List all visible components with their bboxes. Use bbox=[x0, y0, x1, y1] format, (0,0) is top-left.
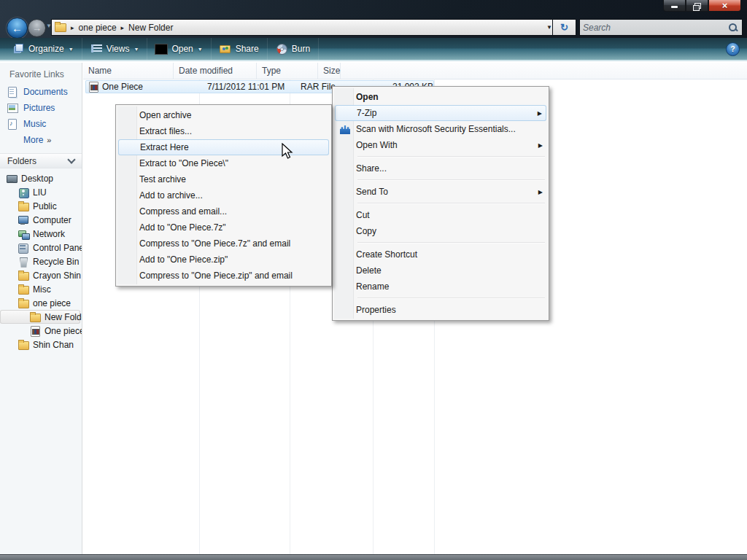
context-menu-item[interactable]: Copy ▶ bbox=[334, 223, 547, 239]
submenu-item[interactable]: Compress to "One Piece.zip" and email ▶ bbox=[117, 268, 330, 284]
column-header[interactable]: Type bbox=[257, 63, 318, 79]
tree-item[interactable]: Public bbox=[0, 199, 82, 213]
context-menu-item[interactable]: Open With ▶ bbox=[334, 137, 547, 153]
favorite-link[interactable]: Music bbox=[0, 116, 82, 132]
close-button[interactable]: × bbox=[708, 0, 741, 12]
back-button[interactable]: ← bbox=[7, 18, 28, 39]
tree-item[interactable]: Network bbox=[0, 227, 82, 241]
tree-item[interactable]: Control Panel bbox=[0, 241, 82, 254]
tree-item[interactable]: Desktop bbox=[0, 171, 82, 185]
toolbar-button-label: Share bbox=[236, 44, 259, 54]
menu-item-label: Compress and email... bbox=[139, 206, 321, 217]
folders-band[interactable]: Folders bbox=[0, 153, 82, 168]
chevron-down-icon: ▼ bbox=[69, 47, 74, 52]
toolbar-button[interactable]: Views ▼ bbox=[82, 38, 148, 60]
context-menu-item[interactable]: Cut ▶ bbox=[334, 207, 547, 223]
favorite-link-icon bbox=[7, 119, 18, 129]
tree-item[interactable]: Misc bbox=[0, 282, 82, 296]
tree-item[interactable]: Recycle Bin bbox=[0, 254, 82, 268]
forward-button[interactable]: → bbox=[28, 19, 46, 37]
toolbar-button[interactable]: Open ▼ bbox=[147, 38, 211, 60]
context-menu-item[interactable]: Create Shortcut ▶ bbox=[334, 246, 547, 262]
tree-item-icon bbox=[18, 187, 29, 198]
tree-item-label: Misc bbox=[33, 284, 51, 295]
column-header[interactable]: Size bbox=[318, 63, 341, 79]
minimize-button[interactable] bbox=[663, 0, 686, 12]
window-controls: × bbox=[663, 0, 741, 12]
menu-item-icon bbox=[119, 158, 139, 168]
toolbar-button-icon bbox=[12, 44, 24, 54]
breadcrumb-item[interactable]: New Folder bbox=[128, 23, 173, 33]
tree-item-label: Recycle Bin bbox=[33, 257, 79, 267]
context-menu-item[interactable]: Delete ▶ bbox=[334, 262, 547, 279]
help-button[interactable]: ? bbox=[726, 42, 740, 56]
context-menu-item[interactable]: ▶ bbox=[357, 179, 545, 181]
tree-item-icon bbox=[18, 201, 29, 211]
submenu-item[interactable]: Extract files... ▶ bbox=[117, 123, 330, 139]
submenu-item[interactable]: Extract Here ▶ bbox=[118, 139, 329, 155]
breadcrumb-item[interactable]: one piece bbox=[79, 23, 117, 33]
menu-item-icon bbox=[119, 126, 139, 136]
refresh-button[interactable]: ↻ bbox=[552, 19, 576, 36]
submenu-item[interactable]: Add to "One Piece.zip" ▶ bbox=[117, 252, 330, 268]
file-name: One Piece bbox=[102, 82, 143, 92]
favorite-link-icon bbox=[7, 103, 18, 113]
context-menu-item[interactable]: Scan with Microsoft Security Essentials.… bbox=[334, 121, 547, 137]
tree-item[interactable]: LIU bbox=[0, 185, 82, 199]
toolbar-button-icon bbox=[220, 44, 231, 54]
tree-item[interactable]: Crayon Shin Ch bbox=[0, 268, 82, 282]
menu-item-icon bbox=[336, 92, 356, 102]
favorite-link[interactable]: Documents bbox=[0, 84, 82, 100]
submenu-item[interactable]: Add to archive... ▶ bbox=[117, 187, 330, 203]
menu-item-label: Copy bbox=[356, 226, 538, 236]
menu-item-label: Compress to "One Piece.7z" and email bbox=[139, 238, 321, 249]
submenu-item[interactable]: Compress and email... ▶ bbox=[117, 203, 330, 219]
chevron-down-icon: ▼ bbox=[133, 47, 139, 52]
tree-item[interactable]: Computer bbox=[0, 213, 82, 227]
tree-item-label: Computer bbox=[33, 215, 71, 225]
column-header-label: Size bbox=[323, 66, 340, 76]
menu-item-icon bbox=[336, 305, 356, 315]
tree-item-label: LIU bbox=[33, 187, 47, 198]
toolbar-button[interactable]: Organize ▼ bbox=[4, 38, 82, 60]
menu-item-icon bbox=[336, 140, 356, 150]
context-menu-item[interactable]: 7-Zip ▶ bbox=[335, 105, 546, 121]
restore-button[interactable] bbox=[686, 0, 708, 12]
context-menu-item[interactable]: Open ▶ bbox=[334, 89, 547, 105]
search-input[interactable] bbox=[580, 23, 728, 33]
menu-item-icon bbox=[119, 271, 139, 281]
chevron-down-icon bbox=[67, 155, 75, 163]
favorite-link[interactable]: Pictures bbox=[0, 100, 82, 116]
minimize-icon bbox=[671, 6, 678, 8]
context-menu-item[interactable]: ▶ bbox=[357, 156, 545, 158]
submenu-item[interactable]: Open archive ▶ bbox=[117, 107, 330, 123]
context-menu-item[interactable]: ▶ bbox=[357, 242, 545, 244]
menu-item-label: Cut bbox=[356, 210, 538, 220]
submenu-item[interactable]: Extract to "One Piece\" ▶ bbox=[117, 155, 330, 171]
tree-item[interactable]: one piece bbox=[0, 296, 82, 310]
tree-item[interactable]: Shin Chan bbox=[0, 338, 82, 351]
submenu-arrow-icon: ▶ bbox=[538, 142, 543, 149]
context-menu-item[interactable]: Send To ▶ bbox=[334, 184, 547, 200]
menu-item-icon bbox=[336, 163, 356, 174]
toolbar-button[interactable]: Share ▼ bbox=[212, 38, 268, 60]
tree-item-label: Network bbox=[33, 229, 65, 239]
more-links-button[interactable]: More » bbox=[0, 132, 82, 148]
tree-item[interactable]: New Folder bbox=[0, 310, 80, 324]
breadcrumb[interactable]: ▸ one piece ▸ New Folder ▼ bbox=[51, 19, 557, 36]
context-menu-item[interactable]: Rename ▶ bbox=[334, 279, 547, 295]
submenu-arrow-icon: ▶ bbox=[538, 110, 542, 117]
column-header[interactable]: Date modified bbox=[174, 63, 257, 79]
context-menu-item[interactable]: Properties ▶ bbox=[334, 302, 547, 318]
context-menu-item[interactable]: ▶ bbox=[357, 203, 545, 204]
submenu-item[interactable]: Add to "One Piece.7z" ▶ bbox=[117, 219, 330, 236]
submenu-arrow-icon: ▶ bbox=[538, 189, 543, 195]
tree-item[interactable]: One piece1 bbox=[0, 324, 82, 338]
toolbar-button[interactable]: Burn ▼ bbox=[268, 38, 319, 60]
context-menu-item[interactable]: Share... ▶ bbox=[334, 160, 547, 176]
search-icon[interactable] bbox=[728, 23, 738, 33]
submenu-item[interactable]: Test archive ▶ bbox=[117, 171, 330, 187]
context-menu-item[interactable]: ▶ bbox=[357, 298, 545, 299]
column-header[interactable]: Name bbox=[83, 63, 174, 79]
submenu-item[interactable]: Compress to "One Piece.7z" and email ▶ bbox=[117, 236, 330, 252]
